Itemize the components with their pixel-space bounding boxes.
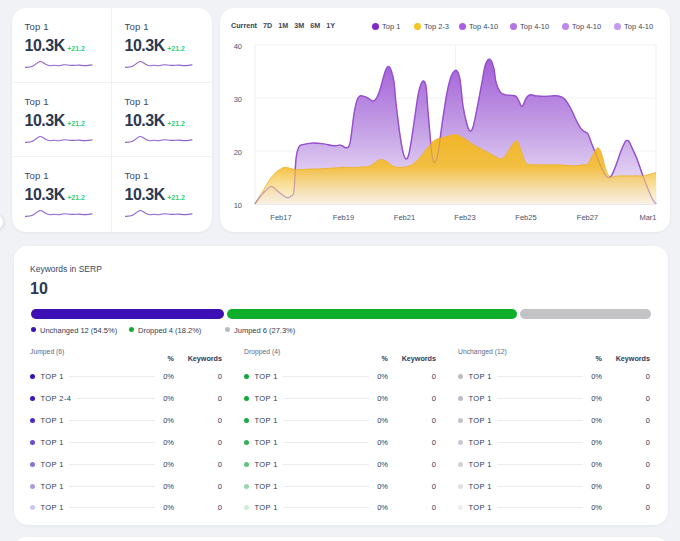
svg-text:Feb19: Feb19 — [333, 213, 354, 222]
svg-text:20: 20 — [234, 148, 242, 157]
svg-text:40: 40 — [234, 42, 242, 51]
svg-text:10: 10 — [234, 201, 242, 210]
svg-text:Feb21: Feb21 — [394, 213, 415, 222]
svg-text:30: 30 — [234, 95, 242, 104]
svg-text:Feb27: Feb27 — [577, 213, 598, 222]
svg-text:Feb23: Feb23 — [454, 213, 475, 222]
svg-text:Feb17: Feb17 — [270, 213, 291, 222]
svg-text:Mar1: Mar1 — [639, 213, 656, 222]
svg-text:Feb25: Feb25 — [515, 213, 536, 222]
